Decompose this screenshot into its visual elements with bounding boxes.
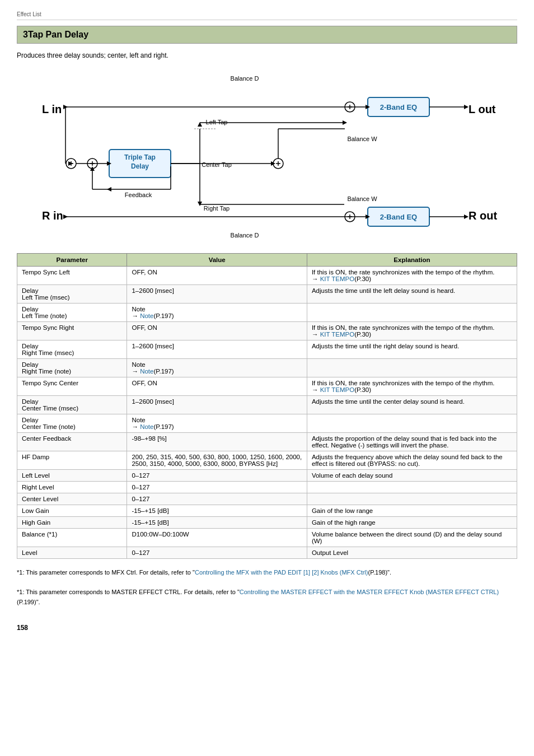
param-cell: Tempo Sync Center (17, 377, 127, 396)
param-cell: DelayRight Time (msec) (17, 340, 127, 359)
parameter-table: Parameter Value Explanation Tempo Sync L… (17, 253, 517, 559)
explanation-cell: Gain of the high range (307, 517, 517, 529)
value-cell: Note→ Note(P.197) (127, 304, 307, 322)
page-header: Effect List (17, 11, 517, 20)
value-cell: 200, 250, 315, 400, 500, 630, 800, 1000,… (127, 451, 307, 470)
col-header-explanation: Explanation (307, 254, 517, 267)
explanation-cell (307, 359, 517, 377)
param-cell: DelayLeft Time (msec) (17, 285, 127, 304)
section-description: Produces three delay sounds; center, lef… (17, 52, 517, 59)
explanation-cell (307, 482, 517, 493)
value-cell: 0–127 (127, 493, 307, 505)
table-row: Low Gain-15–+15 [dB]Gain of the low rang… (17, 505, 517, 517)
param-cell: DelayRight Time (note) (17, 359, 127, 377)
param-cell: HF Damp (17, 451, 127, 470)
explanation-cell: Adjusts the time until the center delay … (307, 396, 517, 414)
param-cell: Tempo Sync Right (17, 322, 127, 340)
value-cell: 1–2600 [msec] (127, 285, 307, 304)
value-cell: 0–127 (127, 547, 307, 559)
explanation-cell: If this is ON, the rate synchronizes wit… (307, 267, 517, 285)
explanation-cell: Gain of the low range (307, 505, 517, 517)
balance-w-top-label: Balance W (347, 136, 377, 142)
svg-marker-36 (198, 202, 202, 206)
param-cell: Center Feedback (17, 433, 127, 451)
param-cell: Balance (*1) (17, 529, 127, 547)
balance-d-bottom-label: Balance D (231, 232, 259, 239)
param-cell: Left Level (17, 470, 127, 482)
explanation-cell: If this is ON, the rate synchronizes wit… (307, 322, 517, 340)
l-out-label: L out (469, 103, 496, 115)
footnote-1: *1: This parameter corresponds to MFX Ct… (17, 568, 517, 578)
table-row: HF Damp200, 250, 315, 400, 500, 630, 800… (17, 451, 517, 470)
col-header-parameter: Parameter (17, 254, 127, 267)
svg-marker-13 (464, 105, 469, 109)
footnote-2: *1: This parameter corresponds to MASTER… (17, 587, 517, 607)
table-row: Center Level0–127 (17, 493, 517, 505)
table-row: Left Level0–127Volume of each delay soun… (17, 470, 517, 482)
table-row: Center Feedback-98–+98 [%]Adjusts the pr… (17, 433, 517, 451)
value-cell: Note→ Note(P.197) (127, 414, 307, 433)
l-in-label: L in (42, 103, 62, 115)
param-cell: Tempo Sync Left (17, 267, 127, 285)
table-row: Level0–127Output Level (17, 547, 517, 559)
param-cell: Low Gain (17, 505, 127, 517)
explanation-cell (307, 493, 517, 505)
table-row: Tempo Sync RightOFF, ONIf this is ON, th… (17, 322, 517, 340)
table-row: DelayLeft Time (note)Note→ Note(P.197) (17, 304, 517, 322)
center-tap-label: Center Tap (202, 161, 232, 168)
value-cell: 0–127 (127, 470, 307, 482)
explanation-cell: Output Level (307, 547, 517, 559)
param-cell: Level (17, 547, 127, 559)
table-row: Balance (*1)D100:0W–D0:100WVolume balanc… (17, 529, 517, 547)
feedback-label: Feedback (125, 192, 152, 198)
explanation-cell: Volume of each delay sound (307, 470, 517, 482)
table-row: DelayRight Time (msec)1–2600 [msec]Adjus… (17, 340, 517, 359)
value-cell: -15–+15 [dB] (127, 517, 307, 529)
param-cell: Right Level (17, 482, 127, 493)
explanation-cell: Adjusts the time until the left delay so… (307, 285, 517, 304)
explanation-cell: Adjusts the frequency above which the de… (307, 451, 517, 470)
explanation-cell: Adjusts the time until the right delay s… (307, 340, 517, 359)
table-row: DelayCenter Time (msec)1–2600 [msec]Adju… (17, 396, 517, 414)
explanation-cell: If this is ON, the rate synchronizes wit… (307, 377, 517, 396)
param-cell: DelayCenter Time (note) (17, 414, 127, 433)
balance-w-bottom-label: Balance W (347, 195, 377, 202)
eq-bottom-text: 2-Band EQ (380, 213, 417, 221)
table-row: High Gain-15–+15 [dB]Gain of the high ra… (17, 517, 517, 529)
value-cell: OFF, ON (127, 377, 307, 396)
signal-flow-diagram: Balance D Balance W Balance W Balance D … (26, 68, 508, 242)
left-tap-label: Left Tap (206, 119, 228, 125)
header-label: Effect List (17, 11, 41, 17)
explanation-cell (307, 414, 517, 433)
col-header-value: Value (127, 254, 307, 267)
table-row: Right Level0–127 (17, 482, 517, 493)
value-cell: 0–127 (127, 482, 307, 493)
eq-top-text: 2-Band EQ (380, 103, 417, 111)
footnote-1-link[interactable]: Controlling the MFX with the PAD EDIT [1… (195, 569, 368, 576)
balance-d-top-label: Balance D (231, 75, 259, 82)
footnotes: *1: This parameter corresponds to MFX Ct… (17, 568, 517, 607)
footnote-2-link[interactable]: Controlling the MASTER EFFECT with the M… (240, 589, 499, 595)
svg-marker-17 (464, 214, 469, 219)
section-title: 3Tap Pan Delay (17, 26, 517, 44)
explanation-cell: Volume balance between the direct sound … (307, 529, 517, 547)
value-cell: OFF, ON (127, 267, 307, 285)
r-in-label: R in (42, 209, 63, 222)
value-cell: 1–2600 [msec] (127, 340, 307, 359)
table-row: DelayCenter Time (note)Note→ Note(P.197) (17, 414, 517, 433)
param-cell: Center Level (17, 493, 127, 505)
explanation-cell (307, 304, 517, 322)
value-cell: OFF, ON (127, 322, 307, 340)
svg-marker-22 (68, 161, 73, 166)
value-cell: D100:0W–D0:100W (127, 529, 307, 547)
table-row: DelayLeft Time (msec)1–2600 [msec]Adjust… (17, 285, 517, 304)
svg-text:Delay: Delay (131, 162, 149, 170)
svg-marker-34 (343, 120, 347, 125)
explanation-cell: Adjusts the proportion of the delay soun… (307, 433, 517, 451)
triple-tap-delay-text: Triple Tap (124, 153, 156, 161)
right-tap-label: Right Tap (204, 205, 229, 212)
table-row: DelayRight Time (note)Note→ Note(P.197) (17, 359, 517, 377)
value-cell: -98–+98 [%] (127, 433, 307, 451)
page-number: 158 (17, 624, 517, 632)
value-cell: -15–+15 [dB] (127, 505, 307, 517)
